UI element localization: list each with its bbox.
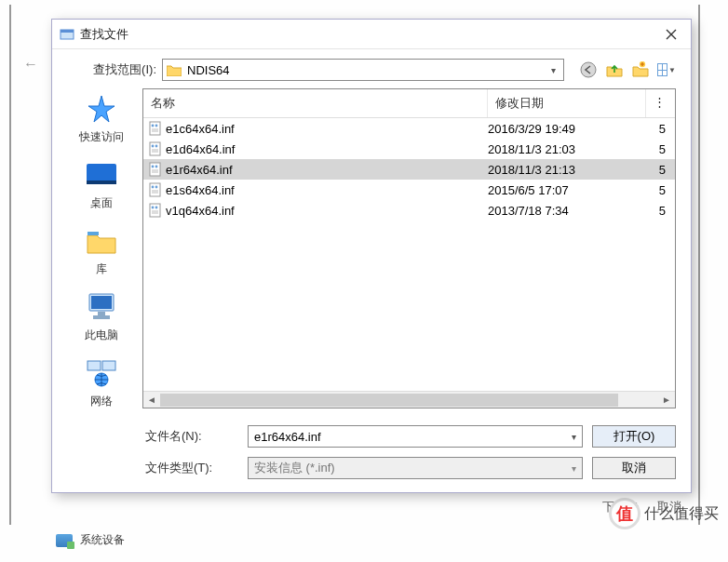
chevron-down-icon: ▼ (668, 66, 676, 74)
svg-point-25 (155, 186, 158, 189)
file-row[interactable]: e1c64x64.inf2016/3/29 19:495 (143, 118, 675, 139)
nav-back-icon[interactable] (579, 60, 598, 79)
file-list-header: 名称 修改日期 ⋮ (143, 89, 675, 118)
file-name: v1q64x64.inf (164, 204, 488, 218)
svg-rect-8 (91, 296, 112, 309)
lookin-combobox[interactable]: NDIS64 ▾ (162, 59, 564, 81)
svg-rect-9 (98, 312, 105, 315)
file-date: 2015/6/5 17:07 (488, 183, 646, 197)
file-extra: 5 (646, 142, 675, 156)
svg-rect-6 (88, 232, 99, 235)
place-library[interactable]: 库 (67, 224, 135, 277)
filename-value: e1r64x64.inf (254, 430, 321, 444)
view-grid-icon (657, 63, 667, 76)
svg-point-21 (152, 166, 155, 168)
filetype-label: 文件类型(T): (145, 460, 238, 476)
quick-access-icon (83, 92, 120, 126)
chevron-down-icon: ▾ (547, 65, 559, 75)
chevron-down-icon: ▾ (572, 463, 576, 474)
open-button[interactable]: 打开(O) (592, 425, 676, 448)
file-name: e1c64x64.inf (164, 122, 488, 136)
column-more[interactable]: ⋮ (646, 89, 675, 117)
library-icon (83, 224, 120, 258)
svg-point-15 (152, 125, 155, 127)
svg-rect-23 (150, 183, 160, 196)
svg-point-24 (152, 186, 155, 189)
svg-rect-20 (150, 163, 160, 176)
site-watermark: 值 什么值得买 (609, 498, 719, 529)
lookin-value: NDIS64 (187, 63, 542, 77)
file-row[interactable]: e1r64x64.inf2018/11/3 21:135 (143, 159, 675, 180)
scroll-right-icon[interactable]: ► (658, 395, 675, 405)
this-pc-icon (83, 290, 120, 324)
scrollbar-thumb[interactable] (160, 394, 618, 407)
inf-file-icon (143, 141, 164, 156)
place-desktop[interactable]: 桌面 (67, 158, 135, 211)
svg-rect-14 (150, 122, 160, 135)
up-one-level-icon[interactable] (605, 60, 624, 79)
places-bar: 快速访问 桌面 库 此电脑 (67, 88, 135, 408)
svg-rect-17 (150, 142, 160, 155)
file-extra: 5 (646, 163, 675, 177)
svg-point-16 (155, 125, 158, 127)
file-name: e1r64x64.inf (164, 163, 488, 177)
svg-point-28 (155, 207, 158, 209)
file-date: 2018/11/3 21:13 (488, 163, 646, 177)
file-date: 2016/3/29 19:49 (488, 122, 646, 136)
column-name[interactable]: 名称 (143, 89, 488, 117)
system-devices-icon (56, 534, 73, 547)
filetype-value: 安装信息 (*.inf) (254, 460, 335, 476)
filename-combobox[interactable]: e1r64x64.inf ▾ (248, 425, 583, 448)
place-label: 快速访问 (79, 129, 124, 145)
new-folder-icon[interactable] (631, 60, 650, 79)
inf-file-icon (143, 203, 164, 218)
place-quick-access[interactable]: 快速访问 (67, 92, 135, 145)
file-date: 2018/11/3 21:03 (488, 142, 646, 156)
file-row[interactable]: e1d64x64.inf2018/11/3 21:035 (143, 139, 675, 159)
svg-point-18 (152, 145, 155, 148)
file-extra: 5 (646, 183, 675, 197)
file-row[interactable]: v1q64x64.inf2013/7/18 7:345 (143, 200, 675, 221)
network-icon (83, 356, 120, 390)
dialog-title: 查找文件 (80, 26, 128, 43)
watermark-icon: 值 (609, 498, 640, 529)
svg-rect-5 (87, 181, 116, 184)
place-this-pc[interactable]: 此电脑 (67, 290, 135, 343)
close-button[interactable] (657, 23, 685, 46)
file-row[interactable]: e1s64x64.inf2015/6/5 17:075 (143, 180, 675, 200)
titlebar: 查找文件 (52, 20, 691, 49)
place-label: 此电脑 (85, 328, 118, 343)
file-name: e1s64x64.inf (164, 183, 488, 197)
inf-file-icon (143, 162, 164, 177)
chevron-down-icon: ▾ (572, 432, 576, 442)
file-name: e1d64x64.inf (164, 142, 488, 156)
svg-point-27 (152, 207, 155, 209)
svg-rect-11 (88, 361, 101, 370)
cancel-button[interactable]: 取消 (592, 457, 676, 479)
folder-icon (167, 64, 182, 76)
file-date: 2013/7/18 7:34 (488, 204, 646, 218)
place-label: 库 (96, 261, 107, 277)
svg-rect-12 (102, 361, 115, 370)
file-extra: 5 (646, 122, 675, 136)
view-menu-button[interactable]: ▼ (657, 60, 676, 79)
inf-file-icon (143, 121, 164, 136)
desktop-icon (83, 158, 120, 192)
svg-point-2 (581, 62, 596, 77)
system-devices-label: 系统设备 (80, 532, 125, 548)
svg-rect-1 (61, 30, 74, 33)
place-network[interactable]: 网络 (67, 356, 135, 409)
svg-point-19 (155, 145, 158, 148)
svg-rect-26 (150, 204, 160, 217)
file-list-pane: 名称 修改日期 ⋮ e1c64x64.inf2016/3/29 19:495e1… (142, 88, 676, 408)
horizontal-scrollbar[interactable]: ◄ ► (143, 391, 675, 408)
svg-point-22 (155, 166, 158, 168)
column-date[interactable]: 修改日期 (488, 89, 646, 117)
filetype-combobox[interactable]: 安装信息 (*.inf) ▾ (248, 457, 583, 479)
file-extra: 5 (646, 204, 675, 218)
scroll-left-icon[interactable]: ◄ (143, 395, 160, 405)
svg-rect-10 (93, 315, 110, 319)
lookin-label: 查找范围(I): (67, 61, 156, 78)
find-file-dialog: 查找文件 查找范围(I): NDIS64 ▾ ▼ (51, 19, 692, 493)
filename-label: 文件名(N): (145, 428, 238, 445)
